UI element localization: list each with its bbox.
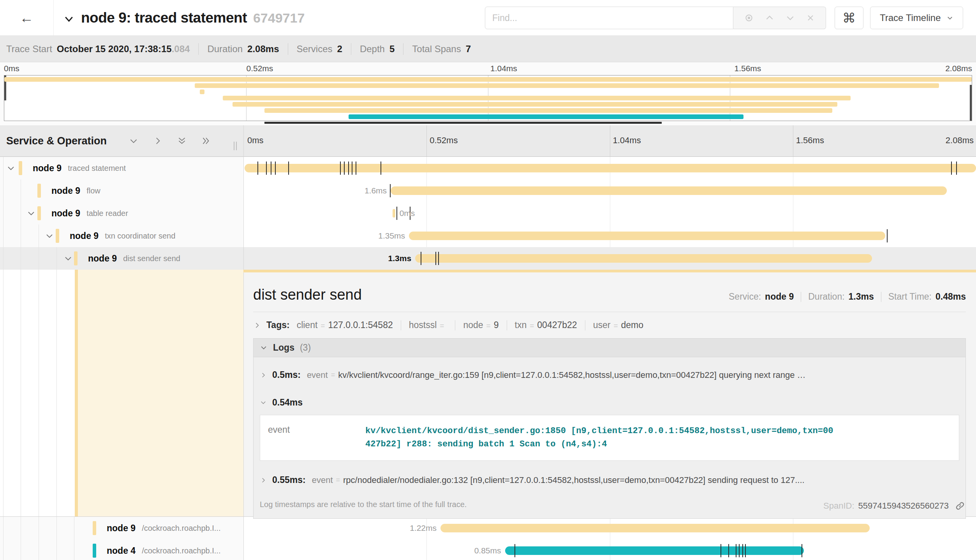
indent-guide-line <box>21 225 21 247</box>
tag-key: user <box>593 320 611 330</box>
minimap-span-bar <box>223 96 851 100</box>
log-marker-tick <box>348 162 349 175</box>
chevron-down-icon[interactable] <box>26 209 36 218</box>
indent-guide-line <box>39 270 39 516</box>
span-row-traced-statement[interactable]: node 9 traced statement <box>0 157 976 179</box>
span-bar[interactable] <box>393 209 396 218</box>
indent-guide-line <box>56 517 57 539</box>
span-bar[interactable] <box>391 186 947 195</box>
detail-content: dist sender send Service: node 9 Duratio… <box>244 272 976 516</box>
ruler-tick-4: 2.08ms <box>946 135 974 146</box>
minimap-span-bar <box>264 108 832 113</box>
log-entry-collapsed[interactable]: 0.5ms: event = kv/kvclient/kvcoord/range… <box>260 360 959 390</box>
minimap-span-bar <box>4 77 972 82</box>
deep-link-icon[interactable] <box>955 501 965 511</box>
indent-guide-line <box>56 270 57 516</box>
logs-header[interactable]: Logs (3) <box>254 339 965 357</box>
span-row-cockroach-roachpb-node9[interactable]: node 9 /cockroach.roachpb.I... 1.22ms <box>0 517 976 539</box>
trace-id: 6749717 <box>253 11 305 26</box>
span-row-txn-coordinator-send[interactable]: node 9 txn coordinator send 1.35ms <box>0 225 976 247</box>
span-operation: /cockroach.roachpb.I... <box>142 546 220 555</box>
collapse-one-chevron-down-icon[interactable] <box>129 136 139 146</box>
page-title: node 9: traced statement <box>81 10 247 26</box>
indent-guide-line <box>21 270 21 516</box>
chevron-down-icon[interactable] <box>6 163 16 173</box>
start-time-label: Start Time: <box>888 291 932 302</box>
span-bar[interactable] <box>440 524 870 532</box>
minimap-canvas[interactable] <box>4 75 972 121</box>
log-marker-tick <box>736 544 736 557</box>
find-next-chevron-down-icon[interactable] <box>785 13 795 23</box>
span-row-flow[interactable]: node 9 flow 1.6ms <box>0 179 976 202</box>
find-prev-chevron-up-icon[interactable] <box>765 13 775 23</box>
log-key: event <box>268 425 365 451</box>
log-marker-tick <box>728 544 729 557</box>
span-bar[interactable] <box>505 546 804 555</box>
span-duration-label: 1.3ms <box>388 254 412 263</box>
log-marker-tick <box>956 162 957 175</box>
indent-guide-line <box>3 247 4 270</box>
chevron-down-icon[interactable] <box>45 231 54 241</box>
log-marker-tick <box>887 229 888 242</box>
minimap-span-bar <box>349 114 743 119</box>
span-color-chip <box>37 184 41 198</box>
total-spans-value: 7 <box>466 44 471 54</box>
minimap-right-scrubber-handle[interactable] <box>970 85 972 121</box>
log-key-values-table: event kv/kvclient/kvcoord/dist_sender.go… <box>260 415 959 461</box>
indent-guide-line <box>21 202 21 225</box>
span-row-cockroach-roachpb-node4[interactable]: node 4 /cockroach.roachpb.I... 0.85ms <box>0 539 976 560</box>
ruler-tick-0: 0ms <box>247 135 264 146</box>
back-button[interactable]: ← <box>0 0 54 35</box>
log-entry-expanded-header[interactable]: 0.54ms <box>260 390 959 413</box>
collapse-all-double-chevron-down-icon[interactable] <box>177 136 187 146</box>
divider <box>401 320 401 330</box>
tags-row[interactable]: Tags: client=127.0.0.1:54582 hostssl= no… <box>253 320 966 330</box>
minimap-span-bar <box>200 90 204 94</box>
span-bar[interactable] <box>415 254 872 263</box>
detail-top-accent-band <box>243 270 976 272</box>
focus-target-icon[interactable] <box>744 13 754 23</box>
log-entry-collapsed[interactable]: 0.55ms: event = rpc/nodedialer/nodediale… <box>260 465 959 495</box>
expand-all-double-chevron-right-icon[interactable] <box>201 136 211 146</box>
span-duration-label: 0ms <box>400 209 415 218</box>
chevron-right-icon <box>260 477 267 484</box>
span-bar[interactable] <box>245 164 976 172</box>
span-color-chip <box>37 206 41 220</box>
indent-guide-line <box>3 157 4 179</box>
log-marker-tick <box>288 162 289 175</box>
span-row-table-reader[interactable]: node 9 table reader 0ms <box>0 202 976 225</box>
span-row-dist-sender-send[interactable]: node 9 dist sender send 1.3ms <box>0 247 976 270</box>
timeline-header-row: Service & Operation 0ms 0.52ms 1.04ms 1.… <box>0 125 976 157</box>
detail-left-gutter <box>0 270 243 516</box>
duration-value: 2.08ms <box>247 44 279 54</box>
span-color-chip <box>93 544 96 558</box>
find-clear-close-icon[interactable] <box>806 13 815 23</box>
view-selector-button[interactable]: Trace Timeline <box>870 7 963 29</box>
top-bar: ← node 9: traced statement 6749717 ⌘ <box>0 0 976 36</box>
span-bar[interactable] <box>409 232 885 240</box>
minimap-viewport-indicator[interactable] <box>264 122 662 124</box>
find-input[interactable] <box>485 7 733 29</box>
trace-summary-bar: Trace Start October 15 2020, 17:38:15 .0… <box>0 36 976 62</box>
keyboard-shortcuts-button[interactable]: ⌘ <box>835 7 863 29</box>
expand-one-chevron-right-icon[interactable] <box>153 136 163 146</box>
back-arrow-icon: ← <box>20 10 34 26</box>
detail-divider <box>253 312 966 312</box>
log-marker-tick <box>421 252 421 265</box>
divider <box>881 292 881 302</box>
tag-value: 127.0.0.1:54582 <box>328 320 393 330</box>
chevron-down-icon[interactable] <box>63 254 73 263</box>
services-value: 2 <box>337 44 342 54</box>
duration-label: Duration: <box>808 291 844 302</box>
log-marker-tick <box>438 252 439 265</box>
log-marker-tick <box>435 252 436 265</box>
column-resizer-grip[interactable] <box>234 142 237 150</box>
detail-title: dist sender send <box>253 286 362 303</box>
indent-guide-line <box>21 247 21 270</box>
collapse-trace-chevron-down-icon[interactable] <box>63 13 75 25</box>
minimap-tick-3: 1.56ms <box>735 64 761 73</box>
log-marker-tick <box>742 544 743 557</box>
tag-value: demo <box>621 320 644 330</box>
command-icon: ⌘ <box>842 10 856 26</box>
span-operation: /cockroach.roachpb.I... <box>142 524 220 533</box>
